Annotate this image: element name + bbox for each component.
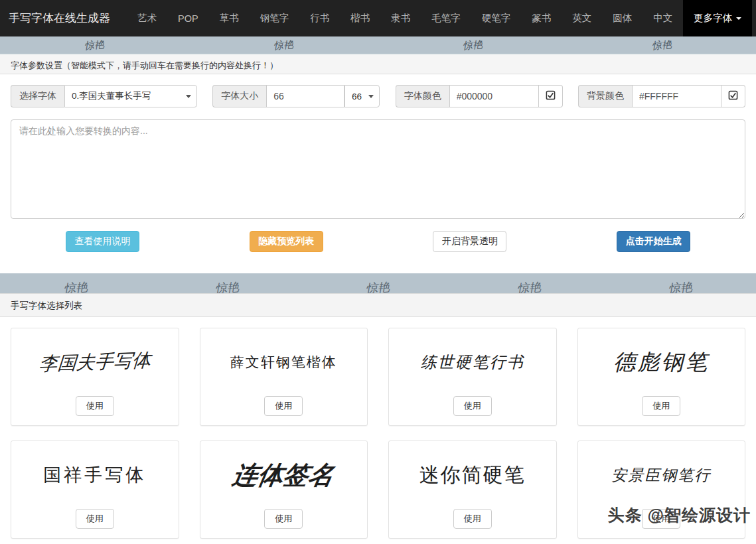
generate-button[interactable]: 点击开始生成: [617, 231, 690, 252]
font-color-picker-button[interactable]: [539, 85, 563, 107]
font-card: 李国夫手写体 使用: [11, 328, 179, 426]
use-font-button[interactable]: 使用: [453, 509, 492, 529]
nav-item-kaishu[interactable]: 楷书: [340, 0, 380, 36]
decor-text: 惊艳: [668, 279, 693, 293]
button-column: 隐藏预览列表: [194, 231, 378, 252]
font-size-label: 字体大小: [212, 85, 266, 107]
nav-item-xingshu[interactable]: 行书: [299, 0, 340, 36]
font-card: 练世硬笔行书 使用: [388, 328, 557, 426]
decor-text: 惊艳: [516, 279, 542, 293]
font-preview: 李国夫手写体: [33, 326, 157, 398]
bg-color-label: 背景颜色: [578, 85, 632, 107]
navbar: 手写字体在线生成器 艺术 POP 草书 钢笔字 行书 楷书 隶书 毛笔字 硬笔字…: [0, 0, 756, 36]
font-card: 迷你简硬笔 使用: [388, 441, 557, 539]
button-column: 开启背景透明: [378, 231, 562, 252]
font-select[interactable]: 0.李国夫董事长手写: [64, 85, 197, 107]
font-card: 国祥手写体 使用: [11, 441, 179, 539]
use-font-button[interactable]: 使用: [76, 509, 114, 529]
font-preview: 薛文轩钢笔楷体: [226, 328, 341, 396]
hide-preview-list-button[interactable]: 隐藏预览列表: [250, 231, 323, 252]
nav-item-yingbizi[interactable]: 硬笔字: [471, 0, 522, 36]
font-size-preset-value: 66: [352, 92, 362, 102]
decor-strip-bottom: 惊艳 惊艳 惊艳 惊艳 惊艳: [0, 273, 756, 293]
nav-item-zhuanshu[interactable]: 篆书: [521, 0, 562, 36]
font-card: 德彪钢笔 使用: [577, 328, 746, 426]
font-size-input[interactable]: [266, 85, 344, 107]
font-card: 薛文轩钢笔楷体 使用: [200, 328, 368, 426]
decor-text: 惊艳: [63, 279, 88, 293]
params-panel-title: 字体参数设置（智能模式下，请手动回车在需要换行的内容处换行！）: [0, 54, 756, 74]
use-font-button[interactable]: 使用: [76, 396, 114, 416]
button-column: 查看使用说明: [11, 231, 194, 252]
nav-item-pop[interactable]: POP: [167, 0, 209, 36]
font-preview: 练世硬笔行书: [417, 328, 528, 396]
nav-item-english[interactable]: 英文: [562, 0, 602, 36]
nav-item-art[interactable]: 艺术: [127, 0, 167, 36]
brand[interactable]: 手写字体在线生成器: [0, 0, 120, 36]
action-buttons-row: 查看使用说明 隐藏预览列表 开启背景透明 点击开始生成: [11, 231, 745, 273]
use-font-button[interactable]: 使用: [642, 396, 680, 416]
nav-item-gangbizi[interactable]: 钢笔字: [250, 0, 300, 36]
nav-item-yuanti[interactable]: 圆体: [602, 0, 643, 36]
nav-item-lishu[interactable]: 隶书: [380, 0, 421, 36]
font-select-value: 0.李国夫董事长手写: [72, 90, 151, 102]
decor-text: 惊艳: [214, 279, 240, 293]
font-select-group: 选择字体 0.李国夫董事长手写: [11, 85, 197, 107]
main-nav: 艺术 POP 草书 钢笔字 行书 楷书 隶书 毛笔字 硬笔字 篆书 英文 圆体 …: [127, 0, 752, 36]
font-list-title: 手写字体选择列表: [0, 293, 756, 317]
font-color-input[interactable]: [449, 85, 539, 107]
bg-color-picker-button[interactable]: [721, 85, 745, 107]
bg-color-group: 背景颜色: [578, 85, 745, 107]
caret-down-icon: [186, 95, 191, 98]
font-select-label: 选择字体: [11, 85, 64, 107]
button-column: 点击开始生成: [562, 231, 745, 252]
decor-strip-top: 惊艳 惊艳 惊艳 惊艳: [0, 36, 756, 54]
decor-text: 惊艳: [84, 38, 106, 52]
content-input[interactable]: [11, 119, 745, 219]
font-preview: 连体签名: [223, 441, 344, 509]
nav-item-more-fonts[interactable]: 更多字体: [683, 0, 752, 36]
font-color-label: 字体颜色: [396, 85, 449, 107]
font-preview: 迷你简硬笔: [416, 441, 530, 509]
font-preview: 安景臣钢笔行: [607, 441, 715, 509]
checkbox-icon: [728, 90, 738, 102]
font-params-form: 选择字体 0.李国夫董事长手写 字体大小 66 字体颜色: [11, 85, 745, 107]
page: 手写字体在线生成器 艺术 POP 草书 钢笔字 行书 楷书 隶书 毛笔字 硬笔字…: [0, 0, 756, 544]
bg-color-input[interactable]: [632, 85, 721, 107]
decor-text: 惊艳: [651, 38, 672, 52]
nav-item-maobizi[interactable]: 毛笔字: [421, 0, 471, 36]
font-size-preset-select[interactable]: 66: [344, 85, 380, 107]
nav-item-caoshu[interactable]: 草书: [209, 0, 250, 36]
decor-text: 惊艳: [366, 279, 391, 293]
font-preview: 国祥手写体: [39, 441, 150, 509]
transparent-background-button[interactable]: 开启背景透明: [433, 231, 506, 252]
watermark: 头条 @智绘源设计: [608, 504, 751, 526]
decor-text: 惊艳: [273, 38, 294, 52]
caret-down-icon: [368, 95, 374, 98]
more-fonts-label: 更多字体: [694, 12, 732, 25]
use-font-button[interactable]: 使用: [453, 396, 492, 416]
font-card: 连体签名 使用: [200, 441, 368, 539]
use-font-button[interactable]: 使用: [264, 509, 303, 529]
caret-down-icon: [736, 17, 741, 20]
font-size-group: 字体大小 66: [212, 85, 380, 107]
font-preview: 德彪钢笔: [609, 328, 713, 396]
nav-item-chinese[interactable]: 中文: [643, 0, 683, 36]
view-instructions-button[interactable]: 查看使用说明: [66, 231, 139, 252]
params-panel-body: 选择字体 0.李国夫董事长手写 字体大小 66 字体颜色: [0, 74, 756, 273]
use-font-button[interactable]: 使用: [264, 396, 303, 416]
decor-text: 惊艳: [462, 38, 483, 52]
checkbox-icon: [546, 90, 556, 102]
font-color-group: 字体颜色: [396, 85, 563, 107]
